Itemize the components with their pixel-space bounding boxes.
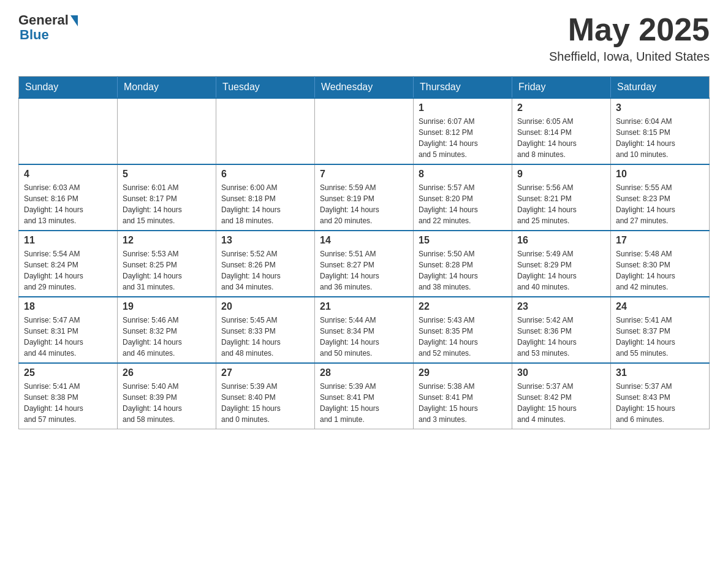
day-number: 27 xyxy=(221,367,309,378)
day-info: Sunrise: 5:54 AMSunset: 8:24 PMDaylight:… xyxy=(24,248,112,293)
day-number: 10 xyxy=(616,169,704,180)
day-info: Sunrise: 6:03 AMSunset: 8:16 PMDaylight:… xyxy=(24,182,112,226)
table-row: 24Sunrise: 5:41 AMSunset: 8:37 PMDayligh… xyxy=(611,297,710,363)
day-number: 21 xyxy=(320,301,408,312)
calendar-week-row: 18Sunrise: 5:47 AMSunset: 8:31 PMDayligh… xyxy=(19,297,710,363)
day-info: Sunrise: 6:07 AMSunset: 8:12 PMDaylight:… xyxy=(419,116,507,160)
day-number: 5 xyxy=(123,169,211,180)
logo-general-text: General xyxy=(18,12,69,28)
day-info: Sunrise: 5:56 AMSunset: 8:21 PMDaylight:… xyxy=(517,182,605,226)
day-number: 28 xyxy=(320,367,408,378)
day-info: Sunrise: 5:55 AMSunset: 8:23 PMDaylight:… xyxy=(616,182,704,226)
day-info: Sunrise: 5:59 AMSunset: 8:19 PMDaylight:… xyxy=(320,182,408,226)
col-wednesday: Wednesday xyxy=(315,77,414,99)
day-info: Sunrise: 5:40 AMSunset: 8:39 PMDaylight:… xyxy=(123,381,211,425)
table-row: 3Sunrise: 6:04 AMSunset: 8:15 PMDaylight… xyxy=(611,98,710,164)
day-info: Sunrise: 5:37 AMSunset: 8:43 PMDaylight:… xyxy=(616,381,704,425)
day-info: Sunrise: 5:42 AMSunset: 8:36 PMDaylight:… xyxy=(517,315,605,359)
table-row: 31Sunrise: 5:37 AMSunset: 8:43 PMDayligh… xyxy=(611,363,710,429)
day-number: 31 xyxy=(616,367,704,378)
day-number: 12 xyxy=(123,235,211,246)
day-number: 8 xyxy=(419,169,507,180)
table-row: 21Sunrise: 5:44 AMSunset: 8:34 PMDayligh… xyxy=(315,297,414,363)
day-info: Sunrise: 5:48 AMSunset: 8:30 PMDaylight:… xyxy=(616,248,704,293)
table-row: 17Sunrise: 5:48 AMSunset: 8:30 PMDayligh… xyxy=(611,231,710,297)
col-thursday: Thursday xyxy=(414,77,512,99)
day-info: Sunrise: 5:46 AMSunset: 8:32 PMDaylight:… xyxy=(123,315,211,359)
col-tuesday: Tuesday xyxy=(216,77,315,99)
logo-arrow-icon xyxy=(70,15,78,26)
day-info: Sunrise: 6:04 AMSunset: 8:15 PMDaylight:… xyxy=(616,116,704,160)
day-number: 25 xyxy=(24,367,112,378)
calendar-week-row: 4Sunrise: 6:03 AMSunset: 8:16 PMDaylight… xyxy=(19,164,710,231)
table-row xyxy=(118,98,216,164)
col-monday: Monday xyxy=(118,77,216,99)
day-info: Sunrise: 5:52 AMSunset: 8:26 PMDaylight:… xyxy=(221,248,309,293)
col-saturday: Saturday xyxy=(611,77,710,99)
month-title: May 2025 xyxy=(549,12,710,47)
day-info: Sunrise: 5:41 AMSunset: 8:37 PMDaylight:… xyxy=(616,315,704,359)
table-row: 28Sunrise: 5:39 AMSunset: 8:41 PMDayligh… xyxy=(315,363,414,429)
day-number: 2 xyxy=(517,102,605,113)
table-row: 15Sunrise: 5:50 AMSunset: 8:28 PMDayligh… xyxy=(414,231,512,297)
table-row: 20Sunrise: 5:45 AMSunset: 8:33 PMDayligh… xyxy=(216,297,315,363)
table-row: 29Sunrise: 5:38 AMSunset: 8:41 PMDayligh… xyxy=(414,363,512,429)
table-row: 14Sunrise: 5:51 AMSunset: 8:27 PMDayligh… xyxy=(315,231,414,297)
col-friday: Friday xyxy=(512,77,611,99)
day-info: Sunrise: 6:01 AMSunset: 8:17 PMDaylight:… xyxy=(123,182,211,226)
day-info: Sunrise: 6:00 AMSunset: 8:18 PMDaylight:… xyxy=(221,182,309,226)
table-row: 18Sunrise: 5:47 AMSunset: 8:31 PMDayligh… xyxy=(19,297,118,363)
day-number: 13 xyxy=(221,235,309,246)
day-number: 4 xyxy=(24,169,112,180)
day-info: Sunrise: 5:44 AMSunset: 8:34 PMDaylight:… xyxy=(320,315,408,359)
day-info: Sunrise: 5:49 AMSunset: 8:29 PMDaylight:… xyxy=(517,248,605,293)
day-info: Sunrise: 6:05 AMSunset: 8:14 PMDaylight:… xyxy=(517,116,605,160)
day-info: Sunrise: 5:37 AMSunset: 8:42 PMDaylight:… xyxy=(517,381,605,425)
day-number: 19 xyxy=(123,301,211,312)
table-row: 25Sunrise: 5:41 AMSunset: 8:38 PMDayligh… xyxy=(19,363,118,429)
table-row: 23Sunrise: 5:42 AMSunset: 8:36 PMDayligh… xyxy=(512,297,611,363)
day-number: 11 xyxy=(24,235,112,246)
table-row: 26Sunrise: 5:40 AMSunset: 8:39 PMDayligh… xyxy=(118,363,216,429)
day-number: 17 xyxy=(616,235,704,246)
day-info: Sunrise: 5:51 AMSunset: 8:27 PMDaylight:… xyxy=(320,248,408,293)
day-number: 23 xyxy=(517,301,605,312)
table-row: 2Sunrise: 6:05 AMSunset: 8:14 PMDaylight… xyxy=(512,98,611,164)
day-number: 1 xyxy=(419,102,507,113)
day-info: Sunrise: 5:39 AMSunset: 8:41 PMDaylight:… xyxy=(320,381,408,425)
table-row: 12Sunrise: 5:53 AMSunset: 8:25 PMDayligh… xyxy=(118,231,216,297)
table-row xyxy=(315,98,414,164)
logo-blue-text: Blue xyxy=(20,27,49,43)
table-row: 10Sunrise: 5:55 AMSunset: 8:23 PMDayligh… xyxy=(611,164,710,231)
day-number: 7 xyxy=(320,169,408,180)
day-number: 6 xyxy=(221,169,309,180)
table-row: 13Sunrise: 5:52 AMSunset: 8:26 PMDayligh… xyxy=(216,231,315,297)
day-number: 29 xyxy=(419,367,507,378)
day-number: 22 xyxy=(419,301,507,312)
day-number: 15 xyxy=(419,235,507,246)
logo: General Blue xyxy=(18,12,78,43)
location-title: Sheffield, Iowa, United States xyxy=(549,50,710,64)
table-row: 1Sunrise: 6:07 AMSunset: 8:12 PMDaylight… xyxy=(414,98,512,164)
calendar-week-row: 1Sunrise: 6:07 AMSunset: 8:12 PMDaylight… xyxy=(19,98,710,164)
table-row: 27Sunrise: 5:39 AMSunset: 8:40 PMDayligh… xyxy=(216,363,315,429)
calendar-week-row: 25Sunrise: 5:41 AMSunset: 8:38 PMDayligh… xyxy=(19,363,710,429)
day-number: 20 xyxy=(221,301,309,312)
table-row: 5Sunrise: 6:01 AMSunset: 8:17 PMDaylight… xyxy=(118,164,216,231)
day-info: Sunrise: 5:43 AMSunset: 8:35 PMDaylight:… xyxy=(419,315,507,359)
table-row: 6Sunrise: 6:00 AMSunset: 8:18 PMDaylight… xyxy=(216,164,315,231)
table-row: 7Sunrise: 5:59 AMSunset: 8:19 PMDaylight… xyxy=(315,164,414,231)
calendar-week-row: 11Sunrise: 5:54 AMSunset: 8:24 PMDayligh… xyxy=(19,231,710,297)
day-number: 24 xyxy=(616,301,704,312)
calendar-table: Sunday Monday Tuesday Wednesday Thursday… xyxy=(18,76,710,429)
title-area: May 2025 Sheffield, Iowa, United States xyxy=(549,12,710,64)
table-row: 8Sunrise: 5:57 AMSunset: 8:20 PMDaylight… xyxy=(414,164,512,231)
calendar-header-row: Sunday Monday Tuesday Wednesday Thursday… xyxy=(19,77,710,99)
day-number: 9 xyxy=(517,169,605,180)
day-info: Sunrise: 5:57 AMSunset: 8:20 PMDaylight:… xyxy=(419,182,507,226)
day-number: 26 xyxy=(123,367,211,378)
day-number: 30 xyxy=(517,367,605,378)
day-info: Sunrise: 5:41 AMSunset: 8:38 PMDaylight:… xyxy=(24,381,112,425)
table-row: 16Sunrise: 5:49 AMSunset: 8:29 PMDayligh… xyxy=(512,231,611,297)
day-info: Sunrise: 5:39 AMSunset: 8:40 PMDaylight:… xyxy=(221,381,309,425)
